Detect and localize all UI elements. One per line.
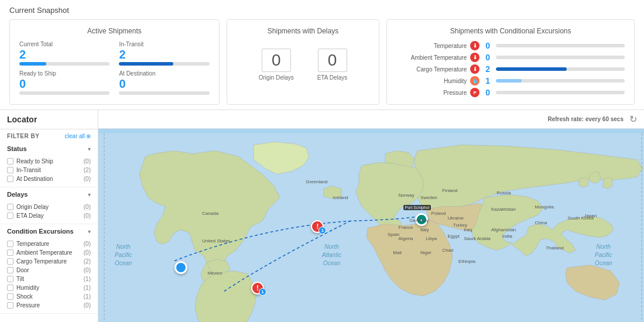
filter-section-title: Status [7, 145, 27, 152]
filter-count: (0) [84, 158, 91, 165]
filter-checkbox[interactable] [7, 285, 13, 291]
filter-item-left: At Destination [7, 176, 53, 182]
filter-section-title: Delays [7, 191, 28, 198]
filter-checkbox[interactable] [7, 249, 13, 256]
delay-count: 0 [262, 49, 291, 72]
filter-checkbox[interactable] [7, 302, 13, 309]
filter-item-left: Door [7, 267, 29, 273]
marker-us-west[interactable] [174, 261, 187, 274]
excursion-label: Humidity [396, 78, 467, 84]
filter-item-label: Shock [16, 293, 33, 300]
filter-item: At Destination (0) [7, 174, 91, 183]
filter-count: (0) [84, 176, 91, 182]
excursion-row: Ambient Temperature 🌡 0 [396, 53, 625, 62]
filter-item: Origin Delay (0) [7, 203, 91, 211]
metric-bar [119, 91, 209, 95]
filter-checkbox[interactable] [7, 167, 13, 173]
cards-row: Active Shipments Current Total 2 In-Tran… [9, 19, 635, 105]
filter-count: (2) [84, 167, 91, 173]
filter-section-header-status[interactable]: Status▾ [0, 142, 98, 156]
filter-count: (2) [84, 258, 91, 265]
metric-label: Current Total [19, 41, 109, 47]
excursion-label: Ambient Temperature [396, 54, 467, 61]
delay-label: ETA Delays [317, 74, 348, 81]
filter-items: Ready to Ship (0) In-Transit (2) At Dest… [0, 156, 98, 187]
filter-checkbox[interactable] [7, 293, 13, 300]
filter-item-label: Ready to Ship [16, 158, 53, 165]
filter-item-label: Origin Delay [16, 204, 49, 210]
filter-count: (0) [84, 204, 91, 210]
refresh-info: Refresh rate: every 60 secs [547, 116, 624, 122]
filter-sections: Status▾ Ready to Ship (0) In-Transit (2)… [0, 142, 98, 314]
active-shipments-card: Active Shipments Current Total 2 In-Tran… [9, 19, 220, 105]
filter-section: Delays▾ Origin Delay (0) ETA Delay (0) [0, 187, 98, 224]
filter-count: (0) [84, 267, 91, 273]
filter-item-left: Ready to Ship [7, 158, 53, 165]
excursion-bar [496, 79, 625, 83]
filter-count: (1) [84, 276, 91, 282]
excursion-icon: P [470, 88, 479, 97]
filter-item-label: In-Transit [16, 167, 41, 173]
marker-amsterdam[interactable]: ● Port Schiphol [415, 213, 428, 226]
refresh-button[interactable]: ↻ [629, 114, 637, 125]
filter-item-label: Door [16, 267, 29, 273]
excursion-value: 2 [483, 64, 492, 74]
filter-item-left: Shock [7, 293, 33, 300]
excursion-bar-fill [496, 67, 567, 71]
filter-item: Shock (1) [7, 292, 91, 301]
excursion-icon: 💧 [470, 76, 479, 85]
filter-section-header-delays[interactable]: Delays▾ [0, 187, 98, 201]
clear-all-button[interactable]: clear all ⊗ [65, 133, 91, 139]
excursion-label: Temperature [396, 43, 467, 49]
metric-item: Ready to Ship 0 [19, 70, 109, 95]
metric-item: At Destination 0 [119, 70, 209, 95]
excursion-value: 0 [483, 41, 492, 50]
delay-count: 0 [318, 49, 347, 72]
filter-checkbox[interactable] [7, 158, 13, 165]
filter-checkbox[interactable] [7, 276, 13, 282]
marker-mid-atlantic[interactable]: ! 1 [311, 220, 324, 233]
excursion-label: Pressure [396, 90, 467, 96]
metric-value: 2 [119, 49, 209, 60]
excursion-bar [496, 91, 625, 94]
filter-checkbox[interactable] [7, 258, 13, 265]
filter-item: Ready to Ship (0) [7, 157, 91, 166]
excursion-row: Cargo Temperature 🌡 2 [396, 64, 625, 74]
top-section: Current Snapshot Active Shipments Curren… [0, 0, 644, 110]
filter-item-label: Temperature [16, 241, 49, 247]
filter-checkbox[interactable] [7, 176, 13, 182]
marker-south-america[interactable]: ! 1 [251, 282, 264, 294]
filter-item-left: Ambient Temperature [7, 249, 72, 256]
active-shipments-title: Active Shipments [19, 27, 210, 35]
filter-section-title: Condition Excursions [7, 228, 74, 235]
snapshot-title: Current Snapshot [9, 6, 635, 15]
delays-card: Shipments with Delays 0 Origin Delays 0 … [227, 19, 379, 105]
excursion-bar [496, 44, 625, 47]
filter-checkbox[interactable] [7, 213, 13, 219]
chevron-icon: ▾ [88, 191, 91, 198]
sidebar: Locator FILTER BY clear all ⊗ Status▾ Re… [0, 110, 98, 322]
filter-items: Temperature (0) Ambient Temperature (0) … [0, 238, 98, 313]
filter-checkbox[interactable] [7, 241, 13, 247]
filter-item: Pressure (0) [7, 301, 91, 310]
filter-item-label: At Destination [16, 176, 53, 182]
delay-item: 0 Origin Delays [259, 49, 294, 81]
metric-item: In-Transit 2 [119, 41, 209, 66]
excursion-value: 1 [483, 76, 492, 85]
locator-header: Locator [0, 110, 98, 129]
filter-checkbox[interactable] [7, 267, 13, 273]
filter-item-left: Cargo Temperature [7, 258, 67, 265]
filter-item: Cargo Temperature (2) [7, 257, 91, 266]
excursion-icon: 🌡 [470, 41, 479, 50]
filter-section: Condition Excursions▾ Temperature (0) Am… [0, 224, 98, 314]
excursion-bar [496, 56, 625, 59]
excursion-value: 0 [483, 88, 492, 97]
map-toolbar: Refresh rate: every 60 secs ↻ [98, 110, 644, 129]
filter-checkbox[interactable] [7, 204, 13, 210]
filter-section-header-condition-excursions[interactable]: Condition Excursions▾ [0, 224, 98, 238]
excursion-bar-fill [496, 79, 522, 83]
filter-item-left: Pressure [7, 302, 40, 309]
metric-bar [19, 91, 109, 95]
filter-item-label: Cargo Temperature [16, 258, 67, 265]
metric-bar [19, 62, 109, 66]
